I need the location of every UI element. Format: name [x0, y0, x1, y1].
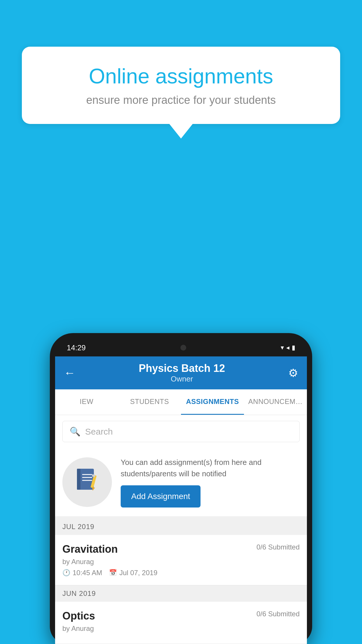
assignment-title-gravitation: Gravitation	[62, 543, 118, 555]
tabs-container: IEW STUDENTS ASSIGNMENTS ANNOUNCEM…	[55, 389, 307, 415]
speech-bubble-section: Online assignments ensure more practice …	[22, 47, 340, 139]
speech-bubble-subtitle: ensure more practice for your students	[42, 94, 320, 106]
battery-icon: ▮	[292, 344, 295, 351]
assignment-author-gravitation: by Anurag	[62, 558, 300, 566]
assignment-submitted-optics: 0/6 Submitted	[256, 610, 300, 618]
assignment-item-gravitation[interactable]: Gravitation 0/6 Submitted by Anurag 🕐 10…	[55, 535, 307, 585]
promo-description: You can add assignment(s) from here and …	[121, 457, 300, 480]
batch-role: Owner	[139, 374, 225, 384]
search-icon: 🔍	[70, 426, 80, 437]
svg-rect-1	[77, 469, 80, 490]
settings-icon[interactable]: ⚙	[288, 367, 298, 379]
month-separator-jun: JUN 2019	[55, 585, 307, 602]
promo-icon-circle	[62, 457, 112, 507]
wifi-icon: ▾	[281, 344, 284, 351]
tab-students[interactable]: STUDENTS	[118, 389, 181, 415]
assignment-time-text: 10:45 AM	[73, 569, 102, 577]
promo-section: You can add assignment(s) from here and …	[55, 448, 307, 519]
promo-content: You can add assignment(s) from here and …	[121, 457, 300, 508]
tab-overview[interactable]: IEW	[55, 389, 118, 415]
assignment-author-optics: by Anurag	[62, 624, 300, 633]
phone-notch	[157, 340, 210, 356]
month-label-jun: JUN 2019	[62, 589, 96, 597]
assignment-time-gravitation: 🕐 10:45 AM	[62, 569, 102, 577]
month-separator-jul: JUL 2019	[55, 519, 307, 535]
assignment-meta-gravitation: 🕐 10:45 AM 📅 Jul 07, 2019	[62, 569, 300, 577]
phone-outer-shell: 14:29 ▾ ◂ ▮ ← Physics Batch 12 Owner ⚙	[50, 333, 312, 644]
assignment-title-optics: Optics	[62, 610, 95, 622]
phone-screen: ← Physics Batch 12 Owner ⚙ IEW STUDENTS …	[55, 356, 307, 644]
search-container: 🔍 Search	[55, 415, 307, 448]
assignment-date-gravitation: 📅 Jul 07, 2019	[109, 569, 157, 577]
status-bar: 14:29 ▾ ◂ ▮	[55, 339, 307, 356]
search-bar[interactable]: 🔍 Search	[62, 421, 300, 442]
speech-bubble: Online assignments ensure more practice …	[22, 47, 340, 124]
assignment-top-row-optics: Optics 0/6 Submitted	[62, 610, 300, 622]
tab-assignments[interactable]: ASSIGNMENTS	[181, 389, 244, 415]
search-placeholder: Search	[85, 427, 113, 437]
assignment-submitted-gravitation: 0/6 Submitted	[256, 543, 300, 551]
calendar-icon: 📅	[109, 569, 117, 577]
batch-title: Physics Batch 12	[139, 362, 225, 374]
camera-icon	[180, 345, 186, 351]
assignment-item-optics[interactable]: Optics 0/6 Submitted by Anurag	[55, 602, 307, 644]
speech-bubble-title: Online assignments	[42, 64, 320, 88]
month-label-jul: JUL 2019	[62, 523, 94, 531]
tab-announcements[interactable]: ANNOUNCEM…	[244, 389, 307, 415]
status-icons: ▾ ◂ ▮	[281, 344, 295, 351]
signal-icon: ◂	[286, 344, 289, 351]
phone-mockup: 14:29 ▾ ◂ ▮ ← Physics Batch 12 Owner ⚙	[50, 333, 312, 644]
header-title-area: Physics Batch 12 Owner	[139, 362, 225, 384]
status-time: 14:29	[67, 343, 86, 352]
notebook-icon	[74, 466, 100, 498]
speech-bubble-arrow	[169, 124, 193, 139]
app-header: ← Physics Batch 12 Owner ⚙	[55, 356, 307, 389]
add-assignment-button[interactable]: Add Assignment	[121, 485, 201, 508]
clock-icon: 🕐	[62, 569, 70, 577]
assignment-top-row: Gravitation 0/6 Submitted	[62, 543, 300, 555]
assignment-date-text: Jul 07, 2019	[119, 569, 157, 577]
back-button[interactable]: ←	[64, 366, 75, 379]
